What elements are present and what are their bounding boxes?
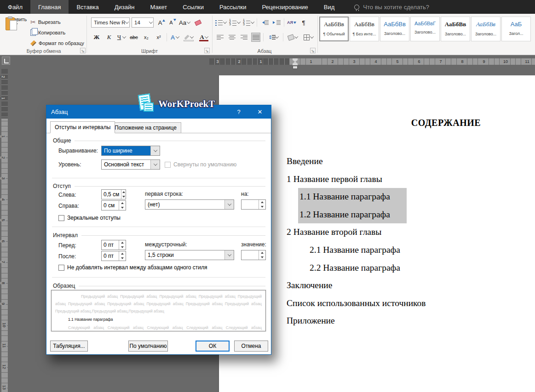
- tab-home[interactable]: Главная: [30, 0, 69, 14]
- tab-insert[interactable]: Вставка: [69, 0, 106, 14]
- style-card-heading4[interactable]: АаБбВв Заголово...: [471, 17, 500, 41]
- spinner-arrows[interactable]: [119, 201, 126, 210]
- bullets-button[interactable]: [215, 18, 226, 27]
- spacing-at-spinner[interactable]: [241, 250, 266, 260]
- style-card-normal[interactable]: АаБбВв ¶ Обычный: [319, 17, 349, 41]
- first-line-select[interactable]: (нет): [145, 199, 234, 210]
- chevron-down-icon[interactable]: [224, 200, 234, 209]
- indent-right-spinner[interactable]: 0 см: [101, 200, 126, 210]
- increase-indent-button[interactable]: [272, 18, 281, 27]
- chevron-down-icon[interactable]: [224, 250, 234, 260]
- paragraph-group-label: Абзац: [235, 48, 294, 54]
- line-spacing-select[interactable]: 1,5 строки: [145, 250, 234, 260]
- style-card-heading2[interactable]: АаБбВвГ Заголово...: [410, 17, 440, 41]
- tab-design[interactable]: Дизайн: [107, 0, 143, 14]
- font-color-button[interactable]: А: [198, 33, 210, 42]
- highlight-color-button[interactable]: [183, 33, 195, 42]
- chevron-down-icon[interactable]: [150, 160, 160, 169]
- tab-stop-selector[interactable]: [2, 57, 10, 65]
- checkbox[interactable]: [58, 265, 64, 271]
- italic-button[interactable]: К: [104, 33, 114, 42]
- tab-review[interactable]: Рецензирование: [254, 0, 316, 14]
- justify-icon: [253, 34, 259, 40]
- style-preview: АаБбВв: [441, 21, 470, 28]
- align-right-button[interactable]: [239, 33, 248, 42]
- spacing-after-spinner[interactable]: 0 пт: [101, 251, 126, 261]
- font-dialog-launcher-icon[interactable]: ⇘: [204, 48, 210, 53]
- style-card-no-spacing[interactable]: АаБбВв ¶ Без инте...: [350, 17, 379, 41]
- format-painter-button[interactable]: Формат по образцу: [30, 39, 84, 48]
- cut-button[interactable]: ✂ Вырезать: [30, 17, 61, 27]
- clipboard-dialog-launcher-icon[interactable]: ⇘: [80, 48, 86, 53]
- indent-left-spinner[interactable]: 0,5 см: [101, 189, 126, 199]
- style-card-heading3[interactable]: АаБбВв Заголово...: [441, 17, 470, 41]
- chevron-down-icon: [294, 34, 298, 38]
- spinner-arrows[interactable]: [121, 190, 126, 199]
- underline-button[interactable]: Ч: [117, 33, 126, 42]
- justify-button[interactable]: [251, 33, 260, 42]
- change-case-button[interactable]: Аа: [178, 18, 191, 27]
- superscript-button[interactable]: x²: [154, 33, 163, 42]
- ruler-number: 7: [0, 261, 6, 263]
- tab-layout[interactable]: Макет: [142, 0, 175, 14]
- borders-button[interactable]: [302, 33, 315, 42]
- ruler-number: 7: [438, 58, 443, 65]
- chevron-down-icon[interactable]: [150, 146, 160, 155]
- paste-button[interactable]: Вставить: [4, 17, 29, 51]
- tab-references[interactable]: Ссылки: [175, 0, 212, 14]
- outline-level-select[interactable]: Основной текст: [101, 159, 160, 170]
- show-marks-button[interactable]: ¶: [299, 18, 308, 27]
- text-effects-button[interactable]: А: [170, 33, 179, 42]
- grow-font-button[interactable]: А: [155, 18, 165, 27]
- dialog-help-button[interactable]: ?: [232, 105, 246, 119]
- line-spacing-button[interactable]: ⇕: [266, 33, 280, 42]
- align-left-button[interactable]: [215, 33, 224, 42]
- subscript-button[interactable]: x₂: [142, 33, 151, 42]
- style-card-heading1[interactable]: АаБбВв Заголово...: [380, 17, 409, 41]
- indent-by-spinner[interactable]: [241, 199, 266, 210]
- sort-button[interactable]: АЯ: [287, 18, 296, 27]
- pilcrow-icon: ¶: [302, 19, 305, 26]
- bold-glyph: Ж: [94, 34, 100, 41]
- paragraph-dialog-launcher-icon[interactable]: ⇘: [310, 48, 316, 53]
- v-ruler[interactable]: 2112345678910111213: [1, 69, 8, 392]
- tell-me-box[interactable]: Что вы хотите сделать?: [354, 0, 429, 14]
- checkbox[interactable]: [58, 215, 64, 221]
- spinner-arrows[interactable]: [119, 251, 126, 261]
- tabs-button[interactable]: Табуляция...: [50, 341, 88, 352]
- spinner-arrows[interactable]: [119, 240, 126, 250]
- indent-left-value: 0,5 см: [102, 190, 121, 199]
- dialog-tab-pagination[interactable]: Положение на странице: [110, 122, 181, 133]
- spacing-before-spinner[interactable]: 0 пт: [101, 240, 126, 250]
- style-card-heading5[interactable]: АаБ Загол...: [501, 17, 531, 41]
- font-name-select[interactable]: Times New R: [91, 17, 130, 28]
- align-center-button[interactable]: [227, 33, 236, 42]
- tab-mailings[interactable]: Рассылки: [212, 0, 254, 14]
- alignment-select[interactable]: По ширине: [101, 146, 160, 156]
- multilevel-list-button[interactable]: [243, 18, 254, 27]
- h-ruler[interactable]: 3211234567891011: [209, 58, 535, 65]
- font-size-select[interactable]: 14: [132, 17, 154, 28]
- numbering-button[interactable]: [229, 18, 240, 27]
- no-space-same-style-checkbox[interactable]: Не добавлять интервал между абзацами одн…: [58, 264, 207, 271]
- strikethrough-button[interactable]: abc: [129, 33, 138, 42]
- tab-view[interactable]: Вид: [316, 0, 343, 14]
- spinner-arrows[interactable]: [259, 200, 265, 209]
- dialog-close-button[interactable]: ✕: [253, 105, 267, 119]
- spinner-arrows[interactable]: [259, 250, 265, 260]
- left-indent-marker[interactable]: [293, 66, 298, 69]
- copy-button[interactable]: Копировать: [30, 28, 65, 37]
- tab-file[interactable]: Файл: [0, 0, 30, 14]
- set-default-button[interactable]: По умолчанию: [128, 341, 168, 352]
- shrink-font-button[interactable]: А: [167, 18, 176, 27]
- separator: [284, 18, 284, 27]
- decrease-indent-button[interactable]: [260, 18, 269, 27]
- mirror-indents-checkbox[interactable]: Зеркальные отступы: [58, 215, 121, 221]
- clear-formatting-button[interactable]: [193, 18, 202, 27]
- ok-button[interactable]: ОК: [196, 341, 230, 352]
- bold-button[interactable]: Ж: [92, 33, 101, 42]
- shading-button[interactable]: [286, 33, 299, 42]
- ruler-number: 1: [0, 97, 6, 99]
- cancel-button[interactable]: Отмена: [234, 341, 268, 352]
- dialog-tab-indents[interactable]: Отступы и интервалы: [50, 121, 115, 133]
